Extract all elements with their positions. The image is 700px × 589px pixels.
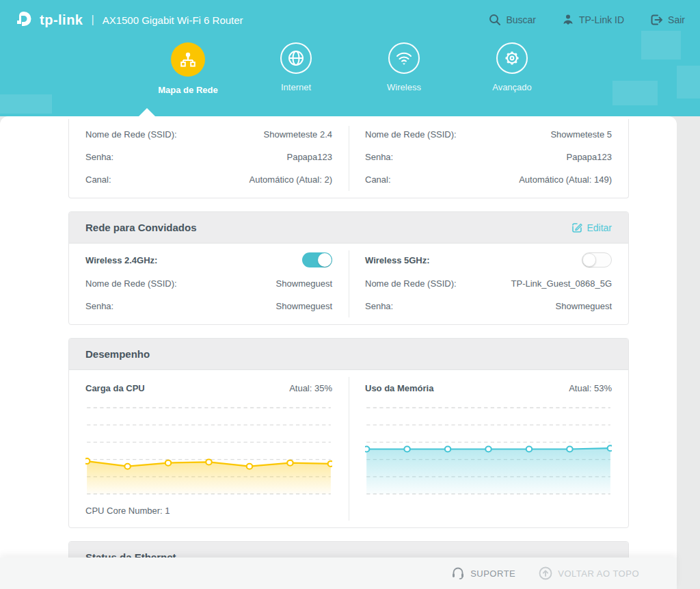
network-map-icon [171, 42, 205, 77]
edit-label: Editar [587, 222, 612, 233]
toggle-knob [582, 253, 596, 267]
headset-icon [451, 566, 465, 580]
guest-24-column: Wireless 2.4GHz: Nome de Rede (SSID): Sh… [69, 244, 349, 324]
guest-network-header: Rede para Convidados Editar [69, 212, 628, 244]
cpu-current-value: Atual: 35% [289, 383, 332, 393]
ssid-row: Nome de Rede (SSID): Showmeguest [69, 272, 349, 295]
logout-button[interactable]: Sair [650, 14, 685, 26]
field-value: Showmeguest [276, 278, 332, 289]
footer-bar: SUPORTE VOLTAR AO TOPO [0, 558, 677, 589]
field-label: Nome de Rede (SSID): [365, 129, 457, 140]
tab-label: Avançado [492, 82, 532, 92]
toggle-knob [318, 253, 332, 267]
guest-5-column: Wireless 5GHz: Nome de Rede (SSID): TP-L… [349, 244, 628, 324]
ssid-row: Nome de Rede (SSID): Showmeteste 5 [349, 123, 628, 146]
router-model-title: AX1500 Gigabit Wi-Fi 6 Router [103, 14, 243, 26]
back-to-top-label: VOLTAR AO TOPO [558, 568, 639, 579]
wireless-5-column: Nome de Rede (SSID): Showmeteste 5 Senha… [349, 119, 628, 198]
password-row: Senha: Papapa123 [69, 146, 349, 168]
tab-label: Internet [281, 82, 311, 92]
main-navigation: Mapa de Rede Internet Wirel [0, 42, 700, 95]
guest-network-card: Rede para Convidados Editar Wireless 2.4… [68, 211, 629, 325]
field-label: Senha: [85, 152, 113, 162]
password-row: Senha: Papapa123 [349, 146, 628, 168]
tab-mapa-de-rede[interactable]: Mapa de Rede [140, 42, 236, 95]
field-value: Automático (Atual: 149) [519, 174, 612, 185]
field-value: Showmeteste 5 [550, 129, 612, 140]
ssid-row: Nome de Rede (SSID): TP-Link_Guest_0868_… [349, 272, 628, 295]
content-panel: Nome de Rede (SSID): Showmeteste 2.4 Sen… [0, 116, 677, 589]
field-value: TP-Link_Guest_0868_5G [511, 278, 612, 289]
edit-button[interactable]: Editar [571, 222, 612, 233]
memory-chart-panel: Uso da Memória Atual: 53% [349, 377, 628, 518]
search-icon [489, 14, 501, 26]
tab-wireless[interactable]: Wireless [356, 42, 452, 95]
section-title: Rede para Convidados [85, 222, 197, 233]
header: tp-link | AX1500 Gigabit Wi-Fi 6 Router … [0, 0, 700, 116]
wireless-24-column: Nome de Rede (SSID): Showmeteste 2.4 Sen… [69, 119, 349, 198]
guest-24-toggle[interactable] [302, 252, 332, 267]
tab-avancado[interactable]: Avançado [464, 42, 560, 95]
brand-separator: | [92, 14, 94, 26]
toggle-label: Wireless 5GHz: [365, 255, 430, 265]
globe-icon [280, 42, 312, 74]
tp-link-logo: tp-link | AX1500 Gigabit Wi-Fi 6 Router [15, 10, 243, 30]
field-label: Nome de Rede (SSID): [85, 129, 177, 140]
column-divider [349, 377, 349, 521]
field-label: Canal: [85, 174, 111, 185]
guest-5-toggle[interactable] [582, 252, 612, 267]
toggle-label: Wireless 2.4GHz: [85, 255, 157, 265]
back-to-top-button[interactable]: VOLTAR AO TOPO [539, 566, 639, 580]
tplink-id-label: TP-Link ID [579, 14, 624, 25]
tplink-id-button[interactable]: TP-Link ID [562, 14, 624, 26]
performance-header: Desempenho [69, 339, 628, 370]
arrow-up-circle-icon [539, 566, 552, 580]
brand-name: tp-link [40, 12, 83, 28]
tab-internet[interactable]: Internet [248, 42, 344, 95]
field-label: Nome de Rede (SSID): [85, 278, 177, 289]
field-value: Showmeguest [556, 301, 612, 311]
performance-card: Desempenho Carga da CPU Atual: 35% CPU C… [68, 338, 629, 528]
cpu-core-note: CPU Core Number: 1 [85, 506, 332, 518]
search-label: Buscar [506, 14, 536, 25]
field-label: Senha: [85, 301, 113, 311]
field-value: Showmeteste 2.4 [264, 129, 332, 140]
channel-row: Canal: Automático (Atual: 149) [349, 168, 628, 191]
memory-note [365, 506, 612, 518]
field-label: Canal: [365, 174, 391, 185]
section-title: Desempenho [85, 348, 150, 360]
memory-usage-chart [365, 404, 612, 499]
search-button[interactable]: Buscar [489, 14, 536, 26]
header-actions: Buscar TP-Link ID Sair [489, 14, 685, 26]
tab-label: Mapa de Rede [158, 85, 217, 95]
field-value: Papapa123 [286, 152, 332, 162]
guest-24-toggle-row: Wireless 2.4GHz: [69, 248, 349, 272]
memory-current-value: Atual: 53% [569, 383, 612, 393]
field-value: Showmeguest [276, 301, 332, 311]
wireless-card: Nome de Rede (SSID): Showmeteste 2.4 Sen… [68, 119, 629, 198]
tp-link-logo-icon [15, 10, 36, 30]
gear-icon [496, 42, 528, 74]
column-divider [349, 250, 349, 317]
field-label: Senha: [365, 152, 393, 162]
field-value: Papapa123 [566, 152, 612, 162]
field-label: Nome de Rede (SSID): [365, 278, 457, 289]
support-button[interactable]: SUPORTE [451, 566, 515, 580]
support-label: SUPORTE [470, 568, 515, 579]
logout-icon [650, 14, 663, 26]
field-label: Senha: [365, 301, 393, 311]
cpu-chart-panel: Carga da CPU Atual: 35% CPU Core Number:… [69, 377, 349, 518]
header-top-bar: tp-link | AX1500 Gigabit Wi-Fi 6 Router … [0, 0, 700, 40]
wifi-icon [388, 42, 420, 74]
active-tab-pointer [139, 108, 155, 116]
guest-5-toggle-row: Wireless 5GHz: [349, 248, 628, 272]
channel-row: Canal: Automático (Atual: 2) [69, 168, 349, 191]
header-decoration [0, 94, 52, 114]
chart-title: Carga da CPU [85, 383, 145, 393]
tab-label: Wireless [387, 82, 421, 92]
edit-icon [571, 222, 582, 233]
column-divider [349, 126, 349, 191]
ssid-row: Nome de Rede (SSID): Showmeteste 2.4 [69, 123, 349, 146]
chart-title: Uso da Memória [365, 383, 433, 393]
field-value: Automático (Atual: 2) [250, 174, 332, 185]
